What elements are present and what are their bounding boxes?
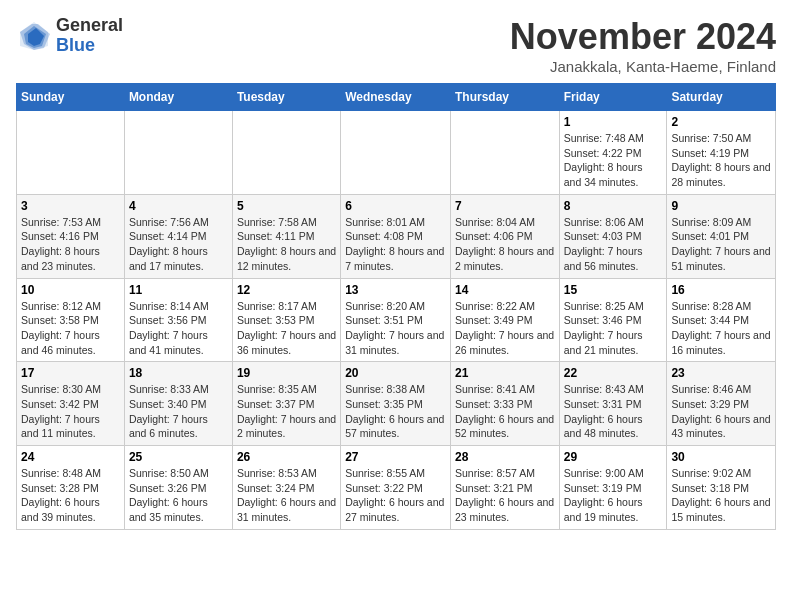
logo-text: General Blue <box>56 16 123 56</box>
day-number: 18 <box>129 366 228 380</box>
day-info: Sunrise: 9:00 AMSunset: 3:19 PMDaylight:… <box>564 466 663 525</box>
calendar-day-cell <box>341 111 451 195</box>
calendar-day-cell: 11Sunrise: 8:14 AMSunset: 3:56 PMDayligh… <box>124 278 232 362</box>
logo-general: General <box>56 16 123 36</box>
day-number: 27 <box>345 450 446 464</box>
title-area: November 2024 Janakkala, Kanta-Haeme, Fi… <box>510 16 776 75</box>
calendar-week-row: 3Sunrise: 7:53 AMSunset: 4:16 PMDaylight… <box>17 194 776 278</box>
day-number: 28 <box>455 450 555 464</box>
calendar-day-cell: 22Sunrise: 8:43 AMSunset: 3:31 PMDayligh… <box>559 362 667 446</box>
calendar-day-cell: 14Sunrise: 8:22 AMSunset: 3:49 PMDayligh… <box>450 278 559 362</box>
day-info: Sunrise: 9:02 AMSunset: 3:18 PMDaylight:… <box>671 466 771 525</box>
logo-icon <box>16 18 52 54</box>
day-number: 24 <box>21 450 120 464</box>
weekday-header-cell: Saturday <box>667 84 776 111</box>
day-number: 30 <box>671 450 771 464</box>
day-info: Sunrise: 8:22 AMSunset: 3:49 PMDaylight:… <box>455 299 555 358</box>
day-info: Sunrise: 8:53 AMSunset: 3:24 PMDaylight:… <box>237 466 336 525</box>
day-info: Sunrise: 8:33 AMSunset: 3:40 PMDaylight:… <box>129 382 228 441</box>
day-number: 20 <box>345 366 446 380</box>
day-info: Sunrise: 8:09 AMSunset: 4:01 PMDaylight:… <box>671 215 771 274</box>
calendar-day-cell: 28Sunrise: 8:57 AMSunset: 3:21 PMDayligh… <box>450 446 559 530</box>
day-number: 19 <box>237 366 336 380</box>
calendar-day-cell <box>232 111 340 195</box>
day-number: 26 <box>237 450 336 464</box>
calendar-day-cell: 29Sunrise: 9:00 AMSunset: 3:19 PMDayligh… <box>559 446 667 530</box>
calendar-day-cell: 15Sunrise: 8:25 AMSunset: 3:46 PMDayligh… <box>559 278 667 362</box>
month-title: November 2024 <box>510 16 776 58</box>
day-number: 17 <box>21 366 120 380</box>
day-number: 3 <box>21 199 120 213</box>
calendar-day-cell: 18Sunrise: 8:33 AMSunset: 3:40 PMDayligh… <box>124 362 232 446</box>
logo-blue: Blue <box>56 36 123 56</box>
day-number: 15 <box>564 283 663 297</box>
day-info: Sunrise: 8:20 AMSunset: 3:51 PMDaylight:… <box>345 299 446 358</box>
day-number: 22 <box>564 366 663 380</box>
day-number: 10 <box>21 283 120 297</box>
day-number: 1 <box>564 115 663 129</box>
day-number: 12 <box>237 283 336 297</box>
day-info: Sunrise: 8:38 AMSunset: 3:35 PMDaylight:… <box>345 382 446 441</box>
day-info: Sunrise: 8:35 AMSunset: 3:37 PMDaylight:… <box>237 382 336 441</box>
day-info: Sunrise: 8:57 AMSunset: 3:21 PMDaylight:… <box>455 466 555 525</box>
day-number: 13 <box>345 283 446 297</box>
day-info: Sunrise: 8:46 AMSunset: 3:29 PMDaylight:… <box>671 382 771 441</box>
day-number: 21 <box>455 366 555 380</box>
calendar-week-row: 24Sunrise: 8:48 AMSunset: 3:28 PMDayligh… <box>17 446 776 530</box>
day-info: Sunrise: 7:53 AMSunset: 4:16 PMDaylight:… <box>21 215 120 274</box>
calendar-day-cell: 12Sunrise: 8:17 AMSunset: 3:53 PMDayligh… <box>232 278 340 362</box>
weekday-header-cell: Wednesday <box>341 84 451 111</box>
weekday-header: SundayMondayTuesdayWednesdayThursdayFrid… <box>17 84 776 111</box>
day-number: 9 <box>671 199 771 213</box>
day-info: Sunrise: 8:50 AMSunset: 3:26 PMDaylight:… <box>129 466 228 525</box>
calendar-day-cell: 16Sunrise: 8:28 AMSunset: 3:44 PMDayligh… <box>667 278 776 362</box>
day-info: Sunrise: 8:17 AMSunset: 3:53 PMDaylight:… <box>237 299 336 358</box>
calendar-day-cell: 13Sunrise: 8:20 AMSunset: 3:51 PMDayligh… <box>341 278 451 362</box>
day-info: Sunrise: 8:04 AMSunset: 4:06 PMDaylight:… <box>455 215 555 274</box>
day-info: Sunrise: 8:28 AMSunset: 3:44 PMDaylight:… <box>671 299 771 358</box>
day-number: 25 <box>129 450 228 464</box>
day-info: Sunrise: 8:30 AMSunset: 3:42 PMDaylight:… <box>21 382 120 441</box>
calendar-day-cell <box>17 111 125 195</box>
day-number: 4 <box>129 199 228 213</box>
calendar-day-cell: 2Sunrise: 7:50 AMSunset: 4:19 PMDaylight… <box>667 111 776 195</box>
logo: General Blue <box>16 16 123 56</box>
calendar-day-cell: 4Sunrise: 7:56 AMSunset: 4:14 PMDaylight… <box>124 194 232 278</box>
day-info: Sunrise: 8:25 AMSunset: 3:46 PMDaylight:… <box>564 299 663 358</box>
calendar-day-cell: 30Sunrise: 9:02 AMSunset: 3:18 PMDayligh… <box>667 446 776 530</box>
day-info: Sunrise: 8:06 AMSunset: 4:03 PMDaylight:… <box>564 215 663 274</box>
calendar-day-cell: 6Sunrise: 8:01 AMSunset: 4:08 PMDaylight… <box>341 194 451 278</box>
day-number: 8 <box>564 199 663 213</box>
day-number: 2 <box>671 115 771 129</box>
calendar-day-cell: 23Sunrise: 8:46 AMSunset: 3:29 PMDayligh… <box>667 362 776 446</box>
day-info: Sunrise: 8:41 AMSunset: 3:33 PMDaylight:… <box>455 382 555 441</box>
calendar-day-cell: 21Sunrise: 8:41 AMSunset: 3:33 PMDayligh… <box>450 362 559 446</box>
weekday-header-cell: Thursday <box>450 84 559 111</box>
day-info: Sunrise: 7:56 AMSunset: 4:14 PMDaylight:… <box>129 215 228 274</box>
calendar-week-row: 17Sunrise: 8:30 AMSunset: 3:42 PMDayligh… <box>17 362 776 446</box>
calendar-day-cell: 9Sunrise: 8:09 AMSunset: 4:01 PMDaylight… <box>667 194 776 278</box>
calendar-week-row: 1Sunrise: 7:48 AMSunset: 4:22 PMDaylight… <box>17 111 776 195</box>
calendar: SundayMondayTuesdayWednesdayThursdayFrid… <box>16 83 776 530</box>
day-info: Sunrise: 8:43 AMSunset: 3:31 PMDaylight:… <box>564 382 663 441</box>
day-number: 11 <box>129 283 228 297</box>
calendar-day-cell: 1Sunrise: 7:48 AMSunset: 4:22 PMDaylight… <box>559 111 667 195</box>
calendar-day-cell: 3Sunrise: 7:53 AMSunset: 4:16 PMDaylight… <box>17 194 125 278</box>
calendar-day-cell: 7Sunrise: 8:04 AMSunset: 4:06 PMDaylight… <box>450 194 559 278</box>
day-number: 5 <box>237 199 336 213</box>
day-info: Sunrise: 8:12 AMSunset: 3:58 PMDaylight:… <box>21 299 120 358</box>
calendar-day-cell: 8Sunrise: 8:06 AMSunset: 4:03 PMDaylight… <box>559 194 667 278</box>
day-number: 29 <box>564 450 663 464</box>
calendar-day-cell: 10Sunrise: 8:12 AMSunset: 3:58 PMDayligh… <box>17 278 125 362</box>
calendar-day-cell: 5Sunrise: 7:58 AMSunset: 4:11 PMDaylight… <box>232 194 340 278</box>
weekday-header-cell: Tuesday <box>232 84 340 111</box>
calendar-body: 1Sunrise: 7:48 AMSunset: 4:22 PMDaylight… <box>17 111 776 530</box>
day-info: Sunrise: 8:55 AMSunset: 3:22 PMDaylight:… <box>345 466 446 525</box>
location-title: Janakkala, Kanta-Haeme, Finland <box>510 58 776 75</box>
day-number: 7 <box>455 199 555 213</box>
calendar-day-cell: 19Sunrise: 8:35 AMSunset: 3:37 PMDayligh… <box>232 362 340 446</box>
day-info: Sunrise: 8:14 AMSunset: 3:56 PMDaylight:… <box>129 299 228 358</box>
day-info: Sunrise: 7:50 AMSunset: 4:19 PMDaylight:… <box>671 131 771 190</box>
day-info: Sunrise: 8:48 AMSunset: 3:28 PMDaylight:… <box>21 466 120 525</box>
day-info: Sunrise: 8:01 AMSunset: 4:08 PMDaylight:… <box>345 215 446 274</box>
